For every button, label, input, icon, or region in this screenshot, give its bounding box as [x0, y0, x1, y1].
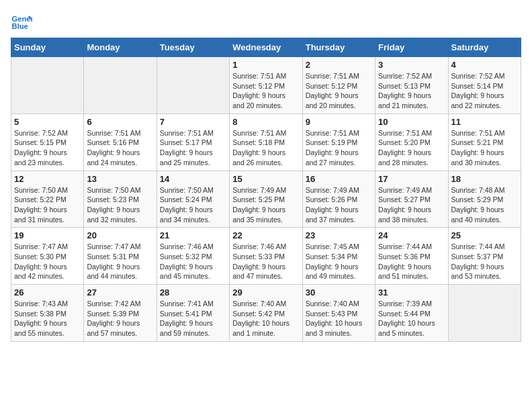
calendar-cell: 6Sunrise: 7:51 AM Sunset: 5:16 PM Daylig…	[84, 113, 157, 171]
day-number: 17	[378, 174, 445, 184]
day-info: Sunrise: 7:51 AM Sunset: 5:21 PM Dayligh…	[451, 128, 518, 168]
calendar-cell: 28Sunrise: 7:41 AM Sunset: 5:41 PM Dayli…	[157, 285, 229, 342]
calendar-week-row: 26Sunrise: 7:43 AM Sunset: 5:38 PM Dayli…	[11, 285, 521, 342]
day-info: Sunrise: 7:49 AM Sunset: 5:27 PM Dayligh…	[378, 185, 445, 225]
calendar-cell: 27Sunrise: 7:42 AM Sunset: 5:39 PM Dayli…	[84, 285, 157, 342]
day-number: 2	[306, 60, 372, 70]
day-info: Sunrise: 7:49 AM Sunset: 5:25 PM Dayligh…	[232, 185, 299, 225]
logo: General Blue	[11, 11, 35, 32]
day-info: Sunrise: 7:49 AM Sunset: 5:26 PM Dayligh…	[306, 185, 372, 225]
day-info: Sunrise: 7:50 AM Sunset: 5:23 PM Dayligh…	[87, 185, 153, 225]
day-number: 26	[14, 287, 81, 298]
day-number: 15	[232, 174, 299, 184]
day-info: Sunrise: 7:51 AM Sunset: 5:17 PM Dayligh…	[160, 128, 226, 168]
day-number: 25	[451, 230, 518, 240]
day-number: 21	[160, 230, 226, 240]
day-info: Sunrise: 7:44 AM Sunset: 5:37 PM Dayligh…	[451, 242, 518, 281]
calendar-week-row: 12Sunrise: 7:50 AM Sunset: 5:22 PM Dayli…	[11, 171, 521, 228]
calendar-cell	[84, 57, 157, 114]
day-number: 29	[232, 287, 299, 298]
calendar-cell: 14Sunrise: 7:50 AM Sunset: 5:24 PM Dayli…	[157, 171, 229, 228]
day-info: Sunrise: 7:52 AM Sunset: 5:14 PM Dayligh…	[451, 71, 518, 111]
weekday-header: Monday	[84, 38, 157, 57]
day-info: Sunrise: 7:51 AM Sunset: 5:12 PM Dayligh…	[232, 71, 299, 111]
day-number: 6	[87, 117, 153, 127]
weekday-header-row: SundayMondayTuesdayWednesdayThursdayFrid…	[11, 38, 521, 57]
day-info: Sunrise: 7:42 AM Sunset: 5:39 PM Dayligh…	[87, 299, 153, 338]
calendar-cell	[157, 57, 229, 114]
calendar-cell: 22Sunrise: 7:46 AM Sunset: 5:33 PM Dayli…	[230, 228, 302, 285]
day-info: Sunrise: 7:46 AM Sunset: 5:32 PM Dayligh…	[160, 242, 226, 281]
day-number: 20	[87, 230, 153, 240]
day-number: 3	[378, 60, 445, 70]
calendar-week-row: 19Sunrise: 7:47 AM Sunset: 5:30 PM Dayli…	[11, 228, 521, 285]
calendar-cell: 7Sunrise: 7:51 AM Sunset: 5:17 PM Daylig…	[157, 113, 229, 171]
day-info: Sunrise: 7:46 AM Sunset: 5:33 PM Dayligh…	[232, 242, 299, 281]
calendar-cell	[448, 285, 521, 342]
day-number: 23	[306, 230, 372, 240]
day-number: 16	[306, 174, 372, 184]
day-number: 9	[306, 117, 372, 127]
calendar-cell: 18Sunrise: 7:48 AM Sunset: 5:29 PM Dayli…	[448, 171, 521, 228]
day-number: 4	[451, 60, 518, 70]
weekday-header: Thursday	[302, 38, 375, 57]
weekday-header: Saturday	[448, 38, 521, 57]
day-info: Sunrise: 7:40 AM Sunset: 5:42 PM Dayligh…	[232, 299, 299, 338]
day-number: 24	[378, 230, 445, 240]
day-number: 12	[14, 174, 81, 184]
calendar-cell: 20Sunrise: 7:47 AM Sunset: 5:31 PM Dayli…	[84, 228, 157, 285]
weekday-header: Wednesday	[230, 38, 302, 57]
day-info: Sunrise: 7:47 AM Sunset: 5:31 PM Dayligh…	[87, 242, 153, 281]
day-info: Sunrise: 7:52 AM Sunset: 5:15 PM Dayligh…	[14, 128, 81, 168]
day-number: 10	[378, 117, 445, 127]
calendar-cell: 24Sunrise: 7:44 AM Sunset: 5:36 PM Dayli…	[375, 228, 448, 285]
calendar-cell: 1Sunrise: 7:51 AM Sunset: 5:12 PM Daylig…	[230, 57, 302, 114]
calendar-cell: 2Sunrise: 7:51 AM Sunset: 5:12 PM Daylig…	[302, 57, 375, 114]
day-number: 30	[306, 287, 372, 298]
calendar-cell: 11Sunrise: 7:51 AM Sunset: 5:21 PM Dayli…	[448, 113, 521, 171]
calendar-cell: 19Sunrise: 7:47 AM Sunset: 5:30 PM Dayli…	[11, 228, 84, 285]
calendar-cell: 26Sunrise: 7:43 AM Sunset: 5:38 PM Dayli…	[11, 285, 84, 342]
day-number: 28	[160, 287, 226, 298]
day-info: Sunrise: 7:51 AM Sunset: 5:19 PM Dayligh…	[306, 128, 372, 168]
day-info: Sunrise: 7:51 AM Sunset: 5:16 PM Dayligh…	[87, 128, 153, 168]
day-info: Sunrise: 7:45 AM Sunset: 5:34 PM Dayligh…	[306, 242, 372, 281]
calendar-cell: 10Sunrise: 7:51 AM Sunset: 5:20 PM Dayli…	[375, 113, 448, 171]
day-info: Sunrise: 7:43 AM Sunset: 5:38 PM Dayligh…	[14, 299, 81, 338]
day-info: Sunrise: 7:44 AM Sunset: 5:36 PM Dayligh…	[378, 242, 445, 281]
calendar-cell: 9Sunrise: 7:51 AM Sunset: 5:19 PM Daylig…	[302, 113, 375, 171]
day-info: Sunrise: 7:52 AM Sunset: 5:13 PM Dayligh…	[378, 71, 445, 111]
day-number: 18	[451, 174, 518, 184]
weekday-header: Tuesday	[157, 38, 229, 57]
day-number: 7	[160, 117, 226, 127]
day-info: Sunrise: 7:39 AM Sunset: 5:44 PM Dayligh…	[378, 299, 445, 338]
calendar-cell: 23Sunrise: 7:45 AM Sunset: 5:34 PM Dayli…	[302, 228, 375, 285]
calendar-week-row: 1Sunrise: 7:51 AM Sunset: 5:12 PM Daylig…	[11, 57, 521, 114]
day-info: Sunrise: 7:51 AM Sunset: 5:20 PM Dayligh…	[378, 128, 445, 168]
weekday-header: Friday	[375, 38, 448, 57]
calendar-cell: 25Sunrise: 7:44 AM Sunset: 5:37 PM Dayli…	[448, 228, 521, 285]
calendar-cell: 17Sunrise: 7:49 AM Sunset: 5:27 PM Dayli…	[375, 171, 448, 228]
weekday-header: Sunday	[11, 38, 84, 57]
calendar-table: SundayMondayTuesdayWednesdayThursdayFrid…	[11, 38, 521, 342]
calendar-cell: 12Sunrise: 7:50 AM Sunset: 5:22 PM Dayli…	[11, 171, 84, 228]
calendar-cell: 31Sunrise: 7:39 AM Sunset: 5:44 PM Dayli…	[375, 285, 448, 342]
svg-text:General: General	[12, 15, 32, 23]
day-number: 1	[232, 60, 299, 70]
calendar-cell: 16Sunrise: 7:49 AM Sunset: 5:26 PM Dayli…	[302, 171, 375, 228]
day-number: 13	[87, 174, 153, 184]
day-info: Sunrise: 7:48 AM Sunset: 5:29 PM Dayligh…	[451, 185, 518, 225]
day-info: Sunrise: 7:41 AM Sunset: 5:41 PM Dayligh…	[160, 299, 226, 338]
day-number: 27	[87, 287, 153, 298]
calendar-cell: 13Sunrise: 7:50 AM Sunset: 5:23 PM Dayli…	[84, 171, 157, 228]
calendar-week-row: 5Sunrise: 7:52 AM Sunset: 5:15 PM Daylig…	[11, 113, 521, 171]
day-number: 11	[451, 117, 518, 127]
calendar-cell: 4Sunrise: 7:52 AM Sunset: 5:14 PM Daylig…	[448, 57, 521, 114]
page-header: General Blue	[11, 11, 521, 32]
calendar-cell: 15Sunrise: 7:49 AM Sunset: 5:25 PM Dayli…	[230, 171, 302, 228]
calendar-cell: 29Sunrise: 7:40 AM Sunset: 5:42 PM Dayli…	[230, 285, 302, 342]
day-info: Sunrise: 7:51 AM Sunset: 5:12 PM Dayligh…	[306, 71, 372, 111]
calendar-cell: 30Sunrise: 7:40 AM Sunset: 5:43 PM Dayli…	[302, 285, 375, 342]
calendar-cell: 5Sunrise: 7:52 AM Sunset: 5:15 PM Daylig…	[11, 113, 84, 171]
calendar-cell: 3Sunrise: 7:52 AM Sunset: 5:13 PM Daylig…	[375, 57, 448, 114]
